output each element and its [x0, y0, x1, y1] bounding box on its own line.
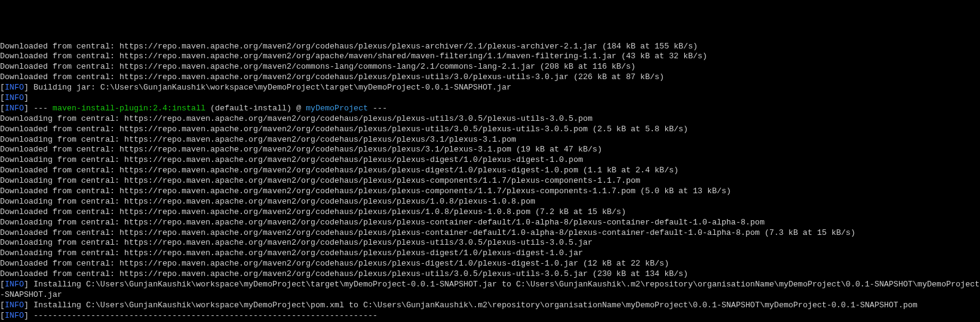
- console-line: Downloaded from central: https://repo.ma…: [0, 269, 980, 280]
- console-line: Downloaded from central: https://repo.ma…: [0, 259, 980, 269]
- console-line: Downloading from central: https://repo.m…: [0, 176, 980, 186]
- log-level-info: INFO: [5, 280, 24, 289]
- console-line: Downloaded from central: https://repo.ma…: [0, 207, 980, 218]
- console-line: Downloading from central: https://repo.m…: [0, 114, 980, 125]
- console-line-info: [INFO]: [0, 93, 980, 104]
- console-line: -SNAPSHOT.jar: [0, 290, 980, 301]
- terminal-output[interactable]: Downloaded from central: https://repo.ma…: [0, 42, 980, 322]
- console-line: Downloading from central: https://repo.m…: [0, 135, 980, 145]
- console-line: Downloaded from central: https://repo.ma…: [0, 228, 980, 239]
- console-line: Downloading from central: https://repo.m…: [0, 248, 980, 259]
- console-line: Downloaded from central: https://repo.ma…: [0, 52, 980, 62]
- console-line: Downloading from central: https://repo.m…: [0, 218, 980, 228]
- console-line: Downloading from central: https://repo.m…: [0, 197, 980, 207]
- console-line: Downloaded from central: https://repo.ma…: [0, 42, 980, 52]
- console-line: Downloading from central: https://repo.m…: [0, 155, 980, 166]
- console-line: Downloading from central: https://repo.m…: [0, 238, 980, 248]
- console-line-separator: [INFO] ---------------------------------…: [0, 311, 980, 321]
- log-level-info: INFO: [5, 311, 24, 320]
- console-line-info: [INFO] Installing C:\Users\GunjanKaushik…: [0, 301, 980, 311]
- log-level-info: INFO: [5, 83, 24, 92]
- console-line: Downloaded from central: https://repo.ma…: [0, 145, 980, 155]
- console-line: Downloaded from central: https://repo.ma…: [0, 62, 980, 72]
- log-level-info: INFO: [5, 301, 24, 310]
- log-level-info: INFO: [5, 104, 24, 113]
- project-name: myDemoProject: [306, 104, 368, 113]
- plugin-invocation-line: [INFO] --- maven-install-plugin:2.4:inst…: [0, 104, 980, 114]
- console-line-info: [INFO] Installing C:\Users\GunjanKaushik…: [0, 280, 980, 290]
- log-level-info: INFO: [5, 93, 24, 102]
- console-line: Downloaded from central: https://repo.ma…: [0, 186, 980, 197]
- console-line: Downloaded from central: https://repo.ma…: [0, 72, 980, 83]
- console-line: Downloaded from central: https://repo.ma…: [0, 166, 980, 176]
- console-line-info: [INFO] Building jar: C:\Users\GunjanKaus…: [0, 83, 980, 93]
- console-line: Downloaded from central: https://repo.ma…: [0, 125, 980, 135]
- plugin-goal: maven-install-plugin:2.4:install: [53, 104, 206, 113]
